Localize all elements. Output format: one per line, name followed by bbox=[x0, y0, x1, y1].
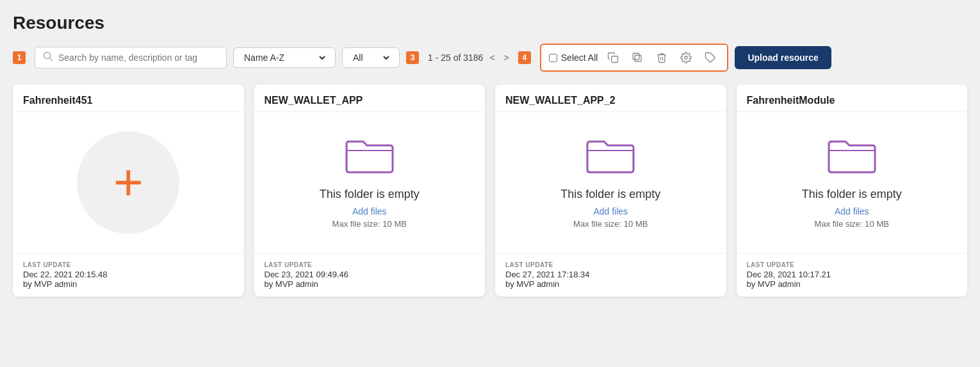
last-update-label: LAST UPDATE bbox=[747, 261, 958, 268]
copy-icon-btn[interactable] bbox=[604, 49, 622, 67]
tag-icon-btn[interactable] bbox=[701, 49, 719, 67]
last-update-by: by MVP admin bbox=[23, 279, 234, 289]
card-title: NEW_WALLET_APP_2 bbox=[495, 85, 726, 112]
select-all-group: Select All bbox=[540, 44, 729, 72]
pagination-next[interactable]: > bbox=[502, 51, 512, 64]
card-footer: LAST UPDATE Dec 27, 2021 17:18.34 by MVP… bbox=[495, 253, 726, 297]
delete-icon-btn[interactable] bbox=[653, 49, 671, 67]
svg-rect-4 bbox=[633, 53, 640, 60]
card-fahrenheit451[interactable]: Fahrenheit451 + LAST UPDATE Dec 22, 2021… bbox=[13, 85, 244, 297]
last-update-by: by MVP admin bbox=[505, 279, 716, 289]
card-fahrenheit-module[interactable]: FahrenheitModule This folder is empty Ad… bbox=[737, 85, 968, 297]
toolbar: 1 Name A-Z Name Z-A Date Asc Date Desc A… bbox=[13, 44, 967, 72]
max-file-size: Max file size: 10 MB bbox=[815, 219, 889, 229]
svg-point-5 bbox=[685, 56, 688, 60]
last-update-by: by MVP admin bbox=[747, 279, 958, 289]
plus-icon: + bbox=[113, 157, 143, 208]
card-title: FahrenheitModule bbox=[737, 85, 968, 112]
card-body: This folder is empty Add files Max file … bbox=[737, 112, 968, 253]
card-new-wallet-app-2[interactable]: NEW_WALLET_APP_2 This folder is empty Ad… bbox=[495, 85, 726, 297]
last-update-date: Dec 23, 2021 09:49.46 bbox=[265, 270, 475, 279]
last-update-date: Dec 22, 2021 20:15.48 bbox=[23, 270, 234, 279]
card-footer: LAST UPDATE Dec 23, 2021 09:49.46 by MVP… bbox=[254, 253, 486, 297]
svg-line-1 bbox=[50, 58, 53, 61]
settings-icon-btn[interactable] bbox=[677, 49, 695, 67]
page-title: Resources bbox=[13, 13, 967, 33]
select-all-checkbox[interactable] bbox=[549, 54, 557, 62]
badge-3: 3 bbox=[406, 51, 419, 64]
badge-1: 1 bbox=[13, 51, 26, 64]
folder-icon bbox=[344, 136, 395, 177]
badge-4: 4 bbox=[518, 51, 531, 64]
add-files-link[interactable]: Add files bbox=[352, 206, 387, 216]
card-footer: LAST UPDATE Dec 22, 2021 20:15.48 by MVP… bbox=[13, 253, 244, 297]
max-file-size: Max file size: 10 MB bbox=[332, 219, 407, 229]
filter-dropdown[interactable]: All Active Inactive bbox=[342, 47, 400, 68]
sort-dropdown[interactable]: Name A-Z Name Z-A Date Asc Date Desc bbox=[233, 47, 336, 68]
filter-select[interactable]: All Active Inactive bbox=[350, 52, 391, 63]
card-footer: LAST UPDATE Dec 28, 2021 10:17.21 by MVP… bbox=[737, 253, 968, 297]
empty-text: This folder is empty bbox=[802, 188, 902, 201]
folder-icon bbox=[826, 136, 878, 177]
search-box bbox=[35, 47, 227, 69]
card-title: Fahrenheit451 bbox=[13, 85, 244, 112]
last-update-label: LAST UPDATE bbox=[265, 261, 475, 268]
add-files-link[interactable]: Add files bbox=[835, 206, 869, 216]
upload-resource-button[interactable]: Upload resource bbox=[735, 46, 831, 69]
search-input[interactable] bbox=[58, 53, 218, 63]
last-update-by: by MVP admin bbox=[265, 279, 475, 289]
card-new-wallet-app[interactable]: NEW_WALLET_APP This folder is empty Add … bbox=[254, 85, 486, 297]
last-update-label: LAST UPDATE bbox=[23, 261, 234, 268]
last-update-date: Dec 27, 2021 17:18.34 bbox=[505, 270, 716, 279]
last-update-date: Dec 28, 2021 10:17.21 bbox=[747, 270, 958, 279]
empty-text: This folder is empty bbox=[560, 188, 660, 201]
duplicate-icon-btn[interactable] bbox=[628, 49, 646, 67]
pagination-text: 1 - 25 of 3186 bbox=[428, 53, 483, 63]
plus-background: + bbox=[77, 131, 179, 234]
pagination-prev[interactable]: < bbox=[487, 51, 497, 64]
card-body: This folder is empty Add files Max file … bbox=[254, 112, 486, 253]
pagination-info: 1 - 25 of 3186 < > bbox=[428, 51, 512, 64]
add-files-link[interactable]: Add files bbox=[593, 206, 628, 216]
last-update-label: LAST UPDATE bbox=[505, 261, 716, 268]
svg-rect-3 bbox=[635, 55, 642, 61]
cards-grid: Fahrenheit451 + LAST UPDATE Dec 22, 2021… bbox=[13, 85, 967, 297]
card-body: This folder is empty Add files Max file … bbox=[495, 112, 726, 253]
select-all-label[interactable]: Select All bbox=[549, 53, 598, 63]
card-body: + bbox=[13, 112, 244, 253]
max-file-size: Max file size: 10 MB bbox=[573, 219, 648, 229]
svg-rect-2 bbox=[612, 56, 618, 63]
sort-select[interactable]: Name A-Z Name Z-A Date Asc Date Desc bbox=[241, 52, 327, 63]
search-icon bbox=[43, 51, 53, 64]
folder-icon bbox=[585, 136, 636, 177]
card-title: NEW_WALLET_APP bbox=[254, 85, 486, 112]
empty-text: This folder is empty bbox=[320, 188, 420, 201]
